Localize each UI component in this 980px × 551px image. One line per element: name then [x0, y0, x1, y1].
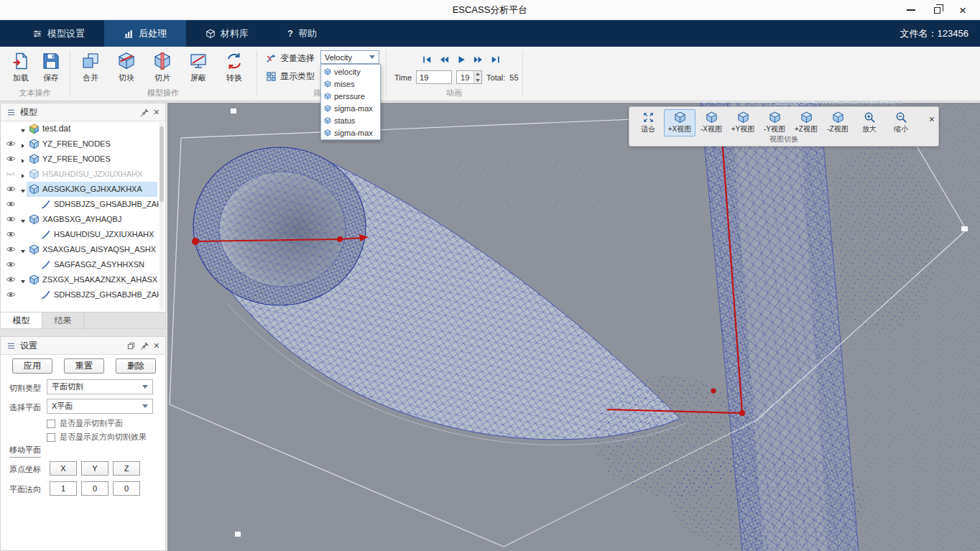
chevron-down-icon[interactable]	[20, 126, 26, 131]
dropdown-item[interactable]: sigma-max	[321, 102, 380, 114]
visibility-eye-icon[interactable]	[6, 229, 16, 239]
origin-x-button[interactable]: X	[50, 461, 77, 476]
dropdown-item[interactable]: status	[321, 114, 380, 126]
visibility-eye-icon[interactable]	[6, 184, 16, 194]
visibility-eye-icon[interactable]	[6, 199, 16, 209]
tree-item-selected[interactable]: AGSGKJKG_GJHXAJKHXA	[1, 182, 159, 197]
visibility-eye-icon[interactable]	[6, 290, 16, 300]
chevron-down-icon[interactable]	[20, 246, 26, 252]
visibility-eye-off-icon[interactable]	[6, 169, 16, 179]
view-plus-x-button[interactable]: +X视图	[664, 109, 695, 136]
origin-y-button[interactable]: Y	[81, 461, 108, 476]
chevron-right-icon[interactable]	[20, 171, 26, 177]
cut-block-button[interactable]: 切块	[110, 52, 143, 83]
tree-item[interactable]: SAGFASGZ_ASYHHXSN	[1, 257, 159, 272]
maximize-button[interactable]	[924, 0, 950, 20]
close-icon[interactable]: ×	[154, 341, 160, 351]
tree-scrollbar[interactable]	[160, 122, 164, 310]
view-minus-x-button[interactable]: -X视图	[695, 109, 727, 136]
normal-z-input[interactable]	[113, 481, 140, 496]
variable-select[interactable]: Velocity	[320, 50, 379, 64]
menu-item-model-settings[interactable]: 模型设置	[13, 20, 104, 47]
view-fit-button[interactable]: 适合	[632, 109, 664, 136]
convert-button[interactable]: 转换	[218, 52, 251, 83]
time-input[interactable]	[416, 70, 452, 84]
slice-button[interactable]: 切片	[146, 52, 179, 83]
zoom-in-button[interactable]: 放大	[854, 109, 885, 136]
last-frame-button[interactable]	[489, 54, 501, 65]
apply-button[interactable]: 应用	[12, 358, 52, 374]
menu-label: 材料库	[221, 27, 249, 40]
tree-item[interactable]: XSAXGAUS_AISYAQSH_ASHX	[1, 242, 159, 257]
stepper-up-icon[interactable]	[473, 71, 481, 78]
chevron-down-icon[interactable]	[20, 186, 26, 192]
view-minus-z-button[interactable]: -Z视图	[822, 109, 854, 136]
dropdown-item[interactable]: sigma-max	[321, 126, 380, 139]
stepper-down-icon[interactable]	[473, 78, 481, 84]
load-button[interactable]: 加载	[4, 52, 37, 83]
visibility-eye-icon[interactable]	[6, 154, 16, 164]
frame-stepper[interactable]: 19	[456, 70, 482, 84]
chevron-right-icon[interactable]	[20, 156, 26, 162]
plane-select[interactable]: X平面	[47, 399, 153, 414]
scene-canvas[interactable]	[167, 103, 980, 551]
visibility-eye-icon[interactable]	[6, 274, 16, 284]
tree-item[interactable]: SDHSBJZS_GHSABJHB_ZAHU	[1, 287, 159, 302]
dropdown-item-label: sigma-max	[334, 104, 373, 113]
dropdown-item[interactable]: mises	[321, 78, 380, 90]
tab-results[interactable]: 结果	[42, 312, 84, 328]
menu-item-help[interactable]: ? 帮助	[268, 20, 336, 47]
reset-button[interactable]: 重置	[64, 358, 104, 374]
viewport-3d[interactable]: 适合 +X视图 -X视图 +Y视图 -Y视图	[167, 103, 980, 551]
merge-icon	[81, 52, 100, 70]
dropdown-item[interactable]: perssure	[321, 90, 380, 102]
visibility-eye-icon[interactable]	[6, 139, 16, 149]
pin-icon[interactable]	[140, 108, 149, 117]
visibility-eye-icon[interactable]	[6, 244, 16, 254]
zoom-out-button[interactable]: 缩小	[885, 109, 917, 136]
first-frame-button[interactable]	[420, 54, 433, 65]
close-button[interactable]: ×	[950, 0, 976, 20]
chevron-right-icon[interactable]	[20, 141, 26, 147]
tree-item[interactable]: HSAUHDISU_JZXIUXHAHX	[1, 227, 159, 242]
minimize-button[interactable]	[898, 0, 924, 20]
float-window-icon[interactable]	[126, 341, 136, 351]
visibility-eye-icon[interactable]	[6, 259, 16, 269]
cut-type-select[interactable]: 平面切割	[47, 379, 153, 394]
show-cut-plane-checkbox[interactable]	[47, 420, 55, 428]
view-plus-z-button[interactable]: +Z视图	[790, 109, 822, 136]
tree-item[interactable]: SDHSBJZS_GHSABJHB_ZAHU	[1, 197, 159, 212]
normal-x-input[interactable]	[50, 481, 77, 496]
normal-y-input[interactable]	[81, 481, 108, 496]
save-button[interactable]: 保存	[34, 52, 68, 83]
tree-item[interactable]: YZ_FREE_NODES	[1, 152, 159, 167]
menu-item-post-processing[interactable]: 后处理	[104, 20, 186, 47]
close-icon[interactable]: ×	[929, 114, 935, 124]
delete-button[interactable]: 删除	[116, 358, 156, 374]
chevron-down-icon[interactable]	[20, 216, 26, 222]
tree-item[interactable]: YZ_FREE_NODES	[1, 136, 159, 152]
pin-icon[interactable]	[140, 341, 149, 351]
origin-z-button[interactable]: Z	[113, 461, 140, 476]
merge-button[interactable]: 合并	[74, 52, 107, 83]
tree-item[interactable]: HSAUHDISU_JZXIUXHAHX	[1, 167, 159, 182]
close-icon[interactable]: ×	[154, 107, 160, 117]
mask-button[interactable]: 屏蔽	[182, 52, 215, 83]
tree-item[interactable]: test.dat	[1, 121, 159, 136]
next-frame-button[interactable]	[472, 54, 484, 65]
tab-model[interactable]: 模型	[1, 312, 42, 328]
prev-frame-button[interactable]	[438, 54, 450, 65]
visibility-eye-icon[interactable]	[6, 214, 16, 224]
menu-item-material-library[interactable]: 材料库	[186, 20, 268, 47]
view-plus-y-button[interactable]: +Y视图	[727, 109, 759, 136]
dropdown-item[interactable]: velocity	[321, 65, 380, 78]
view-minus-y-button[interactable]: -Y视图	[759, 109, 790, 136]
chevron-down-icon[interactable]	[20, 277, 26, 282]
tree-item[interactable]: XAGBSXG_AYHAQBJ	[1, 212, 159, 227]
edge-icon	[40, 229, 51, 240]
scrollbar-thumb[interactable]	[160, 126, 164, 202]
reverse-cut-checkbox[interactable]	[47, 433, 55, 442]
play-button[interactable]	[455, 54, 467, 65]
tree-item[interactable]: ZSXGX_HSAKAZNZXK_AHASX	[1, 272, 159, 287]
origin-coords-label: 原点坐标	[9, 464, 41, 475]
